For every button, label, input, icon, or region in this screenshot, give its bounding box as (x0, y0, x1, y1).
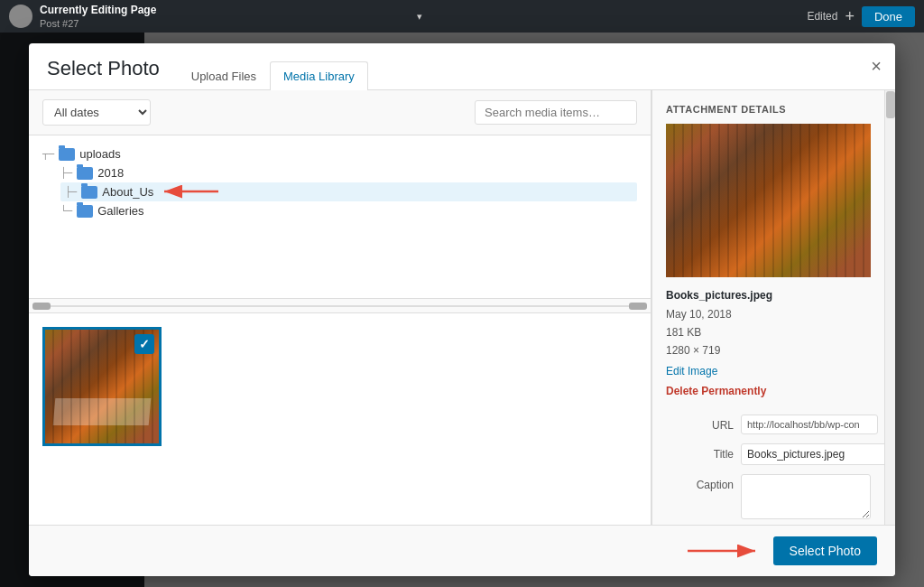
field-label-url: URL (666, 415, 734, 432)
edited-label: Edited (807, 10, 837, 23)
media-toolbar: All dates (29, 90, 651, 135)
vertical-scrollbar[interactable] (884, 90, 895, 525)
field-row-url: URL (666, 415, 871, 434)
tree-item-about-us[interactable]: ├─ About_Us (60, 182, 637, 201)
modal-overlay: Select Photo Upload Files Media Library … (0, 33, 924, 587)
media-grid: ✓ (29, 312, 651, 460)
attachment-fields: URL Title Caption (652, 415, 884, 525)
field-row-caption: Caption (666, 474, 871, 519)
url-input[interactable] (741, 415, 878, 434)
attachment-date: May 10, 2018 (666, 305, 871, 323)
field-label-caption: Caption (666, 474, 734, 491)
modal-body: All dates ┬─ uploads ├─ (29, 90, 895, 525)
add-button[interactable]: + (845, 7, 855, 26)
date-filter-select[interactable]: All dates (42, 99, 151, 126)
tree-item-2018[interactable]: ├─ 2018 (60, 163, 637, 182)
close-button[interactable]: × (871, 57, 882, 75)
selected-checkmark: ✓ (134, 334, 154, 354)
scrollbar-thumb (886, 91, 895, 118)
attachment-thumbnail (666, 124, 871, 277)
admin-avatar (9, 5, 32, 28)
field-label-title: Title (666, 443, 734, 461)
media-tabs: Upload Files Media Library (178, 61, 368, 89)
select-photo-button[interactable]: Select Photo (773, 536, 877, 565)
delete-permanently-link[interactable]: Delete Permanently (666, 382, 871, 400)
right-panel: ATTACHMENT DETAILS Books_pictures.jpeg M… (651, 90, 884, 525)
done-button[interactable]: Done (862, 6, 915, 27)
folder-icon-galleries (77, 205, 93, 218)
modal-title: Select Photo (47, 57, 160, 80)
caption-textarea[interactable] (741, 474, 871, 519)
folder-icon-uploads (59, 148, 75, 161)
attachment-details-title: ATTACHMENT DETAILS (666, 104, 871, 115)
attachment-info: Books_pictures.jpeg May 10, 2018 181 KB … (666, 286, 871, 400)
page-dropdown[interactable]: ▾ (417, 11, 422, 23)
edit-image-link[interactable]: Edit Image (666, 362, 871, 380)
search-input[interactable] (475, 100, 637, 125)
file-tree-area: ┬─ uploads ├─ 2018 ├─ About_Us (29, 135, 651, 298)
h-scroll-right (629, 303, 647, 310)
attachment-filename: Books_pictures.jpeg (666, 286, 871, 304)
folder-icon-2018 (77, 167, 93, 180)
horizontal-scrollbar[interactable] (29, 298, 651, 312)
select-photo-modal: Select Photo Upload Files Media Library … (29, 43, 895, 576)
tab-media-library[interactable]: Media Library (270, 61, 368, 90)
field-row-title: Title (666, 443, 871, 465)
left-panel: All dates ┬─ uploads ├─ (29, 90, 651, 525)
title-input[interactable] (741, 443, 884, 465)
admin-bar-title: Currently Editing Page Post #27 (40, 4, 410, 30)
admin-bar: Currently Editing Page Post #27 ▾ Edited… (0, 0, 924, 33)
right-panel-wrapper: ATTACHMENT DETAILS Books_pictures.jpeg M… (651, 90, 895, 525)
arrow-about-us (160, 179, 223, 204)
attachment-dimensions: 1280 × 719 (666, 341, 871, 359)
attachment-filesize: 181 KB (666, 323, 871, 341)
attachment-details: ATTACHMENT DETAILS Books_pictures.jpeg M… (652, 90, 884, 415)
modal-header: Select Photo Upload Files Media Library … (29, 43, 895, 90)
tree-item-uploads[interactable]: ┬─ uploads (42, 144, 637, 163)
tree-item-galleries[interactable]: └─ Galleries (60, 201, 637, 220)
tab-upload-files[interactable]: Upload Files (178, 61, 270, 90)
h-scroll-left (32, 303, 51, 310)
folder-icon-about-us (81, 186, 97, 199)
media-item-books[interactable]: ✓ (42, 327, 162, 446)
arrow-select-photo (683, 537, 764, 564)
modal-footer: Select Photo (29, 525, 895, 576)
